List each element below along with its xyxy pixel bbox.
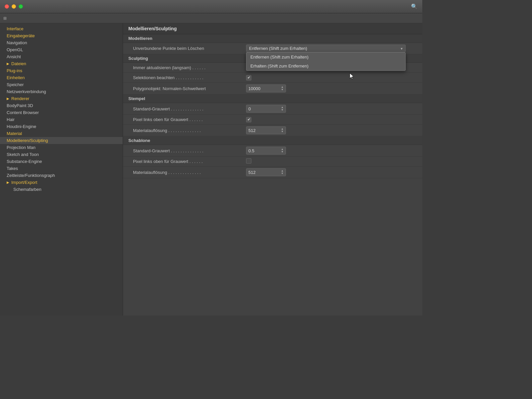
toolbar-strip: ⊞ bbox=[0, 13, 422, 23]
spinner-down-materialaufloesung-stempel[interactable]: ▼ bbox=[281, 130, 284, 133]
sidebar-item-label: Navigation bbox=[7, 40, 27, 45]
checkbox-pixel-links-stempel[interactable]: ✔ bbox=[246, 117, 251, 122]
sidebar-item-hair[interactable]: Hair bbox=[0, 116, 123, 123]
subsection-header-stempel: Stempel bbox=[123, 94, 422, 103]
settings-row-pixel-links-schablone: Pixel links oben für Grauwert . . . . . … bbox=[123, 157, 422, 167]
settings-value-materialaufloesung-stempel[interactable]: 512▲▼ bbox=[246, 126, 417, 134]
sidebar-item-label: Substance-Engine bbox=[7, 159, 42, 164]
sidebar-item-label: Hair bbox=[7, 117, 15, 122]
sidebar-item-substance[interactable]: Substance-Engine bbox=[0, 158, 123, 165]
settings-label-unverbundene: Unverbundene Punkte beim Löschen bbox=[133, 46, 246, 51]
arrow-icon: ▶ bbox=[7, 62, 9, 66]
settings-row-unverbundene: Unverbundene Punkte beim LöschenEntferne… bbox=[123, 43, 422, 54]
sidebar-item-label: Plug-ins bbox=[7, 68, 22, 73]
sidebar-item-label: Ansicht bbox=[7, 54, 21, 59]
settings-value-standard-grau-stempel[interactable]: 0▲▼ bbox=[246, 105, 417, 113]
checkbox-selektionen[interactable]: ✔ bbox=[246, 75, 251, 80]
sidebar-item-zeitleiste[interactable]: Zeitleiste/Funktionsgraph bbox=[0, 172, 123, 179]
sidebar-item-label: Einheiten bbox=[7, 75, 25, 80]
arrow-icon: ▶ bbox=[7, 97, 9, 100]
sidebar-item-label: Material bbox=[7, 131, 22, 136]
settings-value-pixel-links-schablone[interactable] bbox=[246, 158, 417, 165]
sidebar-item-label: Renderer bbox=[11, 96, 29, 101]
spinner-arrows-materialaufloesung-schablone[interactable]: ▲▼ bbox=[281, 170, 284, 175]
content-area: Modellieren/SculptingModellierenUnverbun… bbox=[123, 23, 422, 316]
spinner-standard-grau-stempel[interactable]: 0▲▼ bbox=[246, 105, 286, 113]
sidebar-item-schemafarben[interactable]: Schemafarben bbox=[0, 186, 123, 193]
sidebar-item-dateien[interactable]: ▶Dateien bbox=[0, 60, 123, 67]
close-button[interactable] bbox=[5, 4, 9, 9]
sidebar-item-sketch[interactable]: Sketch and Toon bbox=[0, 151, 123, 158]
dropdown-option-0[interactable]: Entfernen (Shift zum Erhalten) bbox=[246, 53, 405, 62]
settings-label-selektionen: Selektionen beachten . . . . . . . . . .… bbox=[133, 75, 246, 80]
settings-label-standard-grau-schablone: Standard-Grauwert . . . . . . . . . . . … bbox=[133, 148, 246, 153]
spinner-arrows-standard-grau-stempel[interactable]: ▲▼ bbox=[281, 106, 284, 111]
spinner-arrows-materialaufloesung-stempel[interactable]: ▲▼ bbox=[281, 128, 284, 133]
sidebar-item-label: Content Browser bbox=[7, 110, 39, 115]
sidebar-item-netzwerk[interactable]: Netzwerkverbindung bbox=[0, 88, 123, 95]
sidebar-item-importexport[interactable]: ▶Import/Export bbox=[0, 179, 123, 186]
spinner-down-normalen[interactable]: ▼ bbox=[281, 88, 284, 91]
sidebar-item-speicher[interactable]: Speicher bbox=[0, 81, 123, 88]
settings-value-pixel-links-stempel[interactable]: ✔ bbox=[246, 117, 417, 122]
sidebar-item-navigation[interactable]: Navigation bbox=[0, 39, 123, 46]
settings-label-standard-grau-stempel: Standard-Grauwert . . . . . . . . . . . … bbox=[133, 106, 246, 111]
settings-label-materialaufloesung-stempel: Materialauflösung . . . . . . . . . . . … bbox=[133, 128, 246, 133]
search-icon[interactable]: 🔍 bbox=[411, 3, 418, 10]
settings-value-selektionen[interactable]: ✔ bbox=[246, 75, 417, 80]
settings-value-normalen[interactable]: 10000▲▼ bbox=[246, 84, 417, 92]
dropdown-button-unverbundene[interactable]: Entfernen (Shift zum Erhalten)▼ bbox=[246, 45, 406, 52]
settings-value-materialaufloesung-schablone[interactable]: 512▲▼ bbox=[246, 168, 417, 176]
spinner-value-materialaufloesung-stempel: 512 bbox=[248, 128, 256, 133]
spinner-down-standard-grau-stempel[interactable]: ▼ bbox=[281, 109, 284, 111]
sidebar-item-modellieren[interactable]: Modellieren/Sculpting bbox=[0, 137, 123, 144]
titlebar: 🔍 bbox=[0, 0, 422, 13]
sidebar-item-bodypaint[interactable]: BodyPaint 3D bbox=[0, 102, 123, 109]
spinner-materialaufloesung-schablone[interactable]: 512▲▼ bbox=[246, 168, 286, 176]
sidebar-item-contentbrowser[interactable]: Content Browser bbox=[0, 109, 123, 116]
sidebar-item-ansicht[interactable]: Ansicht bbox=[0, 53, 123, 60]
settings-value-unverbundene[interactable]: Entfernen (Shift zum Erhalten)▼Entfernen… bbox=[246, 45, 417, 52]
sidebar-item-interface[interactable]: Interface bbox=[0, 25, 123, 32]
arrow-icon: ▶ bbox=[7, 181, 9, 184]
checkbox-pixel-links-schablone[interactable] bbox=[246, 158, 251, 164]
spinner-materialaufloesung-stempel[interactable]: 512▲▼ bbox=[246, 126, 286, 134]
settings-label-normalen: Polygonobjekt: Normalen-Schwellwert bbox=[133, 86, 246, 91]
sidebar-item-label: Speicher bbox=[7, 82, 24, 87]
sidebar-item-takes[interactable]: Takes bbox=[0, 165, 123, 172]
chevron-down-icon: ▼ bbox=[400, 47, 403, 50]
spinner-down-standard-grau-schablone[interactable]: ▼ bbox=[281, 151, 284, 153]
maximize-button[interactable] bbox=[19, 4, 23, 9]
spinner-down-materialaufloesung-schablone[interactable]: ▼ bbox=[281, 172, 284, 175]
subsection-header-modellieren: Modellieren bbox=[123, 34, 422, 43]
spinner-standard-grau-schablone[interactable]: 0.5▲▼ bbox=[246, 147, 286, 155]
settings-label-pixel-links-stempel: Pixel links oben für Grauwert . . . . . … bbox=[133, 117, 246, 122]
spinner-value-normalen: 10000 bbox=[248, 86, 260, 91]
sidebar-item-label: Sketch and Toon bbox=[7, 152, 39, 157]
settings-row-materialaufloesung-schablone: Materialauflösung . . . . . . . . . . . … bbox=[123, 167, 422, 178]
sidebar-item-label: Takes bbox=[7, 166, 18, 171]
titlebar-buttons bbox=[5, 4, 23, 9]
sidebar-item-plugins[interactable]: Plug-ins bbox=[0, 67, 123, 74]
sidebar-item-projection[interactable]: Projection Man bbox=[0, 144, 123, 151]
dropdown-container-unverbundene[interactable]: Entfernen (Shift zum Erhalten)▼Entfernen… bbox=[246, 45, 417, 52]
sidebar-item-einheiten[interactable]: Einheiten bbox=[0, 74, 123, 81]
sidebar-item-label: BodyPaint 3D bbox=[7, 103, 33, 108]
settings-row-pixel-links-stempel: Pixel links oben für Grauwert . . . . . … bbox=[123, 115, 422, 125]
sidebar-item-eingabegeraete[interactable]: Eingabegeräte bbox=[0, 32, 123, 39]
dropdown-option-1[interactable]: Erhalten (Shift zum Entfernen) bbox=[246, 62, 405, 70]
spinner-arrows-normalen[interactable]: ▲▼ bbox=[281, 86, 284, 91]
sidebar-item-renderer[interactable]: ▶Renderer bbox=[0, 95, 123, 102]
spinner-normalen[interactable]: 10000▲▼ bbox=[246, 84, 286, 92]
main-layout: InterfaceEingabegeräteNavigationOpenGLAn… bbox=[0, 23, 422, 316]
settings-label-materialaufloesung-schablone: Materialauflösung . . . . . . . . . . . … bbox=[133, 170, 246, 175]
minimize-button[interactable] bbox=[12, 4, 16, 9]
settings-row-materialaufloesung-stempel: Materialauflösung . . . . . . . . . . . … bbox=[123, 125, 422, 136]
sidebar-item-label: Modellieren/Sculpting bbox=[7, 138, 48, 143]
settings-value-standard-grau-schablone[interactable]: 0.5▲▼ bbox=[246, 147, 417, 155]
sidebar-item-houdini[interactable]: Houdini-Engine bbox=[0, 123, 123, 130]
sidebar-item-material[interactable]: Material bbox=[0, 130, 123, 137]
sidebar-item-opengl[interactable]: OpenGL bbox=[0, 46, 123, 53]
spinner-arrows-standard-grau-schablone[interactable]: ▲▼ bbox=[281, 148, 284, 153]
sidebar-item-label: OpenGL bbox=[7, 47, 23, 52]
